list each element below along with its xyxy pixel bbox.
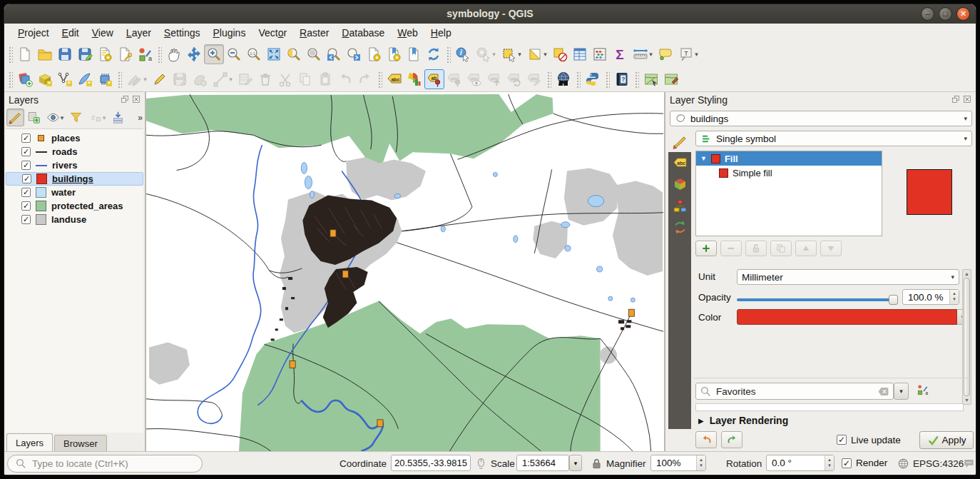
- toolbar-grip[interactable]: [377, 71, 382, 88]
- tab-layers[interactable]: Layers: [6, 433, 53, 451]
- menu-web[interactable]: Web: [391, 25, 424, 41]
- toolbar-grip[interactable]: [8, 71, 13, 88]
- lock-symbol-layer-button[interactable]: [745, 241, 767, 256]
- new-project-button[interactable]: [15, 44, 35, 64]
- zoom-in-button[interactable]: [204, 44, 224, 64]
- chevron-down-icon[interactable]: ▾: [518, 51, 521, 58]
- new-geopackage-layer-button[interactable]: **: [35, 69, 55, 89]
- menu-layer[interactable]: Layer: [120, 25, 158, 41]
- renderer-combo[interactable]: Single symbol ▾: [695, 131, 972, 146]
- spin-arrows[interactable]: ▲▼: [696, 455, 705, 470]
- styling-tab-3d-view[interactable]: [668, 173, 691, 195]
- highlight-pinned-labels-button[interactable]: abc: [444, 69, 464, 89]
- menu-vector[interactable]: Vector: [252, 25, 293, 41]
- plugin-map-1-button[interactable]: [641, 69, 661, 89]
- opacity-slider[interactable]: [737, 295, 898, 305]
- tab-browser[interactable]: Browser: [54, 435, 107, 451]
- undo-style-button[interactable]: [695, 431, 717, 448]
- chevron-down-icon[interactable]: ▾: [649, 51, 653, 58]
- zoom-native-button[interactable]: 1:1: [244, 44, 264, 64]
- new-spatialite-layer-button[interactable]: **: [75, 69, 95, 89]
- window-minimize-button[interactable]: –: [921, 7, 934, 21]
- styling-tab-history[interactable]: [668, 216, 691, 238]
- toolbar-grip[interactable]: [605, 71, 610, 88]
- bookmark-manager-button[interactable]: [384, 44, 404, 64]
- pan-to-selection-button[interactable]: [184, 44, 204, 64]
- layer-item-places[interactable]: ✓places: [6, 131, 143, 145]
- locate-search-input[interactable]: Type to locate (Ctrl+K): [7, 455, 203, 473]
- zoom-to-layer-button[interactable]: [304, 44, 324, 64]
- zoom-last-button[interactable]: [324, 44, 344, 64]
- filter-expression-button[interactable]: ε▾: [86, 109, 108, 126]
- plugin-map-2-button[interactable]: [661, 69, 681, 89]
- layer-diagram-button[interactable]: [404, 69, 424, 89]
- layer-rendering-section[interactable]: ▶ Layer Rendering: [698, 415, 788, 426]
- open-project-button[interactable]: [35, 44, 55, 64]
- opacity-spinbox[interactable]: 100.0 % ▲▼: [902, 289, 959, 305]
- layer-labeling-button[interactable]: abc: [384, 69, 404, 89]
- data-source-manager-button[interactable]: [15, 69, 35, 89]
- duplicate-symbol-layer-button[interactable]: [770, 241, 792, 256]
- spin-arrows[interactable]: ▲▼: [949, 290, 959, 304]
- coordinate-input[interactable]: 20.5355,-33.9815: [391, 455, 471, 471]
- map-canvas[interactable]: [146, 92, 664, 451]
- zoom-next-button[interactable]: [344, 44, 364, 64]
- deselect-all-button[interactable]: [550, 44, 570, 64]
- statistical-summary-button[interactable]: Σ: [610, 44, 630, 64]
- text-annotation-button[interactable]: T▾: [675, 44, 701, 64]
- style-manager-icon[interactable]: a: [917, 384, 931, 398]
- zoom-full-button[interactable]: [264, 44, 284, 64]
- window-close-button[interactable]: ✕: [956, 7, 970, 21]
- layer-item-water[interactable]: ✓water: [6, 186, 143, 199]
- pin-labels-button[interactable]: ab: [424, 69, 444, 89]
- window-maximize-button[interactable]: □: [939, 7, 952, 21]
- help-contents-button[interactable]: ?: [612, 69, 632, 89]
- show-hide-labels-button[interactable]: abc: [464, 69, 484, 89]
- copy-features-button[interactable]: [295, 69, 315, 89]
- layer-checkbox[interactable]: ✓: [21, 215, 31, 224]
- chevron-down-icon[interactable]: ▾: [61, 114, 64, 121]
- toolbar-grip[interactable]: [576, 71, 581, 88]
- move-down-button[interactable]: [820, 241, 842, 256]
- favorites-filter[interactable]: Favorites: [695, 383, 894, 400]
- menu-database[interactable]: Database: [335, 25, 391, 41]
- redo-style-button[interactable]: [721, 431, 742, 448]
- close-panel-button[interactable]: [132, 94, 141, 106]
- zoom-to-selection-button[interactable]: [284, 44, 304, 64]
- messages-icon[interactable]: [963, 458, 975, 470]
- chevron-down-icon[interactable]: ▾: [229, 76, 233, 83]
- unit-combo[interactable]: Millimeter ▾: [737, 269, 959, 285]
- chevron-down-icon[interactable]: ▾: [103, 114, 106, 121]
- chevron-down-icon[interactable]: ▾: [543, 51, 547, 58]
- measure-button[interactable]: ▾: [630, 44, 655, 64]
- scale-combo[interactable]: 1:53664: [516, 455, 569, 471]
- add-symbol-layer-button[interactable]: [695, 241, 717, 256]
- symbol-tree-item[interactable]: Simple fill: [696, 166, 882, 180]
- layer-checkbox[interactable]: ✓: [21, 188, 31, 197]
- layer-checkbox[interactable]: ✓: [21, 133, 31, 143]
- more-tools-button[interactable]: »: [138, 113, 143, 123]
- styling-tab-diagrams[interactable]: [668, 195, 691, 216]
- remove-symbol-layer-button[interactable]: [720, 241, 742, 256]
- color-button[interactable]: ▾: [737, 309, 969, 325]
- save-edits-button[interactable]: [170, 69, 190, 89]
- run-feature-action-button[interactable]: ▾: [473, 44, 499, 64]
- change-label-button[interactable]: abc: [524, 69, 544, 89]
- layer-item-protected_areas[interactable]: ✓protected_areas: [6, 199, 143, 213]
- save-project-button[interactable]: [55, 44, 75, 64]
- filter-legend-button[interactable]: [67, 109, 85, 126]
- python-console-button[interactable]: [583, 69, 603, 89]
- menu-edit[interactable]: Edit: [56, 25, 86, 41]
- map-themes-button[interactable]: ▾: [44, 109, 66, 126]
- refresh-button[interactable]: [424, 44, 444, 64]
- new-virtual-layer-button[interactable]: **: [95, 69, 115, 89]
- toolbar-grip[interactable]: [634, 71, 639, 88]
- layer-checkbox[interactable]: ✓: [21, 147, 31, 156]
- zoom-out-button[interactable]: [224, 44, 244, 64]
- add-feature-button[interactable]: [190, 69, 210, 89]
- scale-dropdown[interactable]: ▾: [569, 455, 582, 471]
- multiedit-attributes-button[interactable]: [235, 69, 255, 89]
- layer-checkbox[interactable]: ✓: [22, 174, 31, 183]
- rotation-spinbox[interactable]: 0.0 ° ▲▼: [766, 455, 834, 471]
- vertex-tool-button[interactable]: ▾: [210, 69, 235, 89]
